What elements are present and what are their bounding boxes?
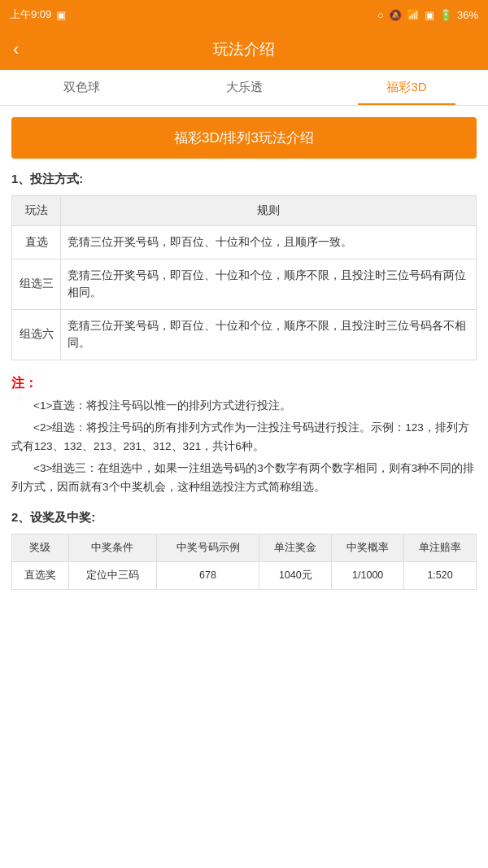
tab-fucai3d[interactable]: 福彩3D xyxy=(325,70,488,105)
prize-header-probability: 中奖概率 xyxy=(332,534,404,561)
table-header-rule: 规则 xyxy=(61,196,477,226)
tab-shuangseqiu[interactable]: 双色球 xyxy=(0,70,163,105)
prize-level: 直选奖 xyxy=(12,561,69,589)
table-row: 组选六 竞猜三位开奖号码，即百位、十位和个位，顺序不限，且投注时三位号码各不相同… xyxy=(12,309,477,360)
notes-title: 注： xyxy=(11,372,477,394)
prize-row: 直选奖 定位中三码 678 1040元 1/1000 1:520 xyxy=(12,561,477,589)
status-time: 上午9:09 xyxy=(10,7,51,22)
alarm-icon: ○ xyxy=(377,9,384,21)
battery-level: 36% xyxy=(457,9,478,21)
page-title: 玩法介绍 xyxy=(213,39,275,60)
prize-amount: 1040元 xyxy=(259,561,332,589)
prize-header-example: 中奖号码示例 xyxy=(156,534,259,561)
prize-header-condition: 中奖条件 xyxy=(68,534,156,561)
status-bar-right: ○ 🔕 📶 ▣ 🔋 36% xyxy=(377,9,478,21)
battery-icon: 🔋 xyxy=(439,9,452,21)
banner: 福彩3D/排列3玩法介绍 xyxy=(11,117,477,159)
section2-heading: 2、设奖及中奖: xyxy=(11,510,477,526)
sim-icon: ▣ xyxy=(56,9,66,21)
prize-odds: 1:520 xyxy=(404,561,477,589)
play-rule-zuoxuan3: 竞猜三位开奖号码，即百位、十位和个位，顺序不限，且投注时三位号码有两位相同。 xyxy=(61,259,477,309)
table-row: 直选 竞猜三位开奖号码，即百位、十位和个位，且顺序一致。 xyxy=(12,226,477,260)
prize-table: 奖级 中奖条件 中奖号码示例 单注奖金 中奖概率 单注赔率 直选奖 定位中三码 … xyxy=(11,534,477,590)
prize-condition: 定位中三码 xyxy=(68,561,156,589)
notes-section: 注： <1>直选：将投注号码以惟一的排列方式进行投注。 <2>组选：将投注号码的… xyxy=(11,372,477,497)
play-name-zuoxuan6: 组选六 xyxy=(12,309,61,360)
signal-icon: ▣ xyxy=(425,9,434,21)
prize-header-level: 奖级 xyxy=(12,534,69,561)
play-modes-table: 玩法 规则 直选 竞猜三位开奖号码，即百位、十位和个位，且顺序一致。 组选三 xyxy=(11,195,477,360)
note-item-3: <3>组选三：在组选中，如果一注组选号码的3个数字有两个数字相同，则有3种不同的… xyxy=(11,460,477,497)
status-bar-left: 上午9:09 ▣ xyxy=(10,7,66,22)
prize-example: 678 xyxy=(156,561,259,589)
table-row: 组选三 竞猜三位开奖号码，即百位、十位和个位，顺序不限，且投注时三位号码有两位相… xyxy=(12,259,477,309)
section1-heading: 1、投注方式: xyxy=(11,172,477,187)
table-header-play: 玩法 xyxy=(12,196,61,226)
play-rule-zuoxuan6: 竞猜三位开奖号码，即百位、十位和个位，顺序不限，且投注时三位号码各不相同。 xyxy=(61,309,477,360)
prize-probability: 1/1000 xyxy=(332,561,404,589)
back-button[interactable]: ‹ xyxy=(13,39,19,60)
mute-icon: 🔕 xyxy=(389,9,402,21)
content-area: 福彩3D/排列3玩法介绍 1、投注方式: 玩法 规则 直选 竞猜三位开奖号码，即… xyxy=(0,106,488,601)
play-name-zuoxuan3: 组选三 xyxy=(12,259,61,309)
note-item-1: <1>直选：将投注号码以惟一的排列方式进行投注。 xyxy=(11,397,477,416)
tab-daletou[interactable]: 大乐透 xyxy=(163,70,325,105)
note-item-2: <2>组选：将投注号码的所有排列方式作为一注投注号码进行投注。示例：123，排列… xyxy=(11,419,477,456)
prize-header-odds: 单注赔率 xyxy=(404,534,477,561)
play-rule-zhixuan: 竞猜三位开奖号码，即百位、十位和个位，且顺序一致。 xyxy=(61,226,477,260)
tabs-bar: 双色球 大乐透 福彩3D xyxy=(0,70,488,106)
status-bar: 上午9:09 ▣ ○ 🔕 📶 ▣ 🔋 36% xyxy=(0,0,488,29)
play-name-zhixuan: 直选 xyxy=(12,226,61,260)
header: ‹ 玩法介绍 xyxy=(0,29,488,70)
wifi-icon: 📶 xyxy=(407,9,420,21)
prize-header-prize: 单注奖金 xyxy=(259,534,332,561)
